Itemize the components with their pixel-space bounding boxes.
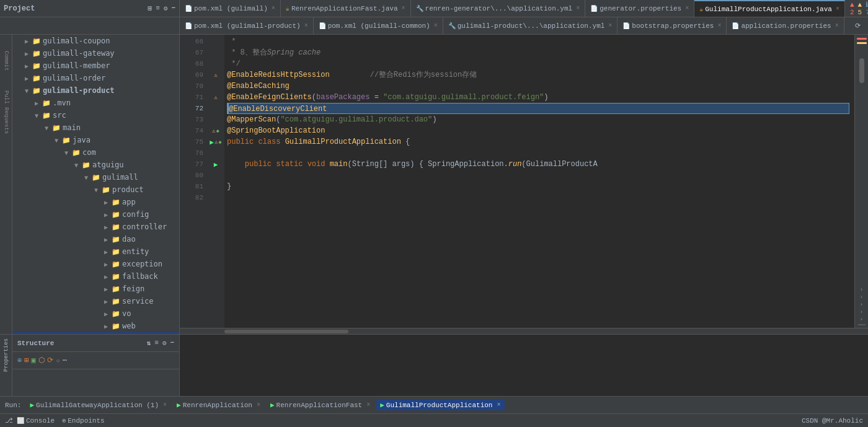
commit-icon[interactable]: Commit [2,50,11,72]
tree-item-controller[interactable]: ▶ 📁 controller [12,221,179,233]
main-folder-icon: 📁 [52,124,61,132]
code-line-71: @EnableFeignClients(basePackages = "com.… [227,92,849,103]
right-sidebar-toggle-4[interactable]: › [856,309,867,315]
struct-icon-2[interactable]: ⊞ [24,356,29,365]
right-sidebar-toggle-1[interactable]: › [856,287,867,293]
warn2-icon-74: ◆ [216,128,219,134]
right-sidebar-toggle-2[interactable]: › [856,294,867,301]
tree-item-product-folder[interactable]: ▼ 📁 product [12,183,179,196]
tree-item-product[interactable]: ▼ 📁 gulimall-product [12,84,179,97]
tree-item-mvn[interactable]: ▶ 📁 .mvn [12,97,179,109]
scroll-thumb[interactable] [859,58,864,83]
tree-item-main[interactable]: ▼ 📁 main [12,121,179,134]
gateway-run-close[interactable]: × [163,402,167,408]
tree-item-fallback[interactable]: ▶ 📁 fallback [12,270,179,283]
right-sidebar-toggle-5[interactable]: › [856,317,867,323]
dao-arrow: ▶ [104,236,112,243]
properties-tab-label[interactable]: Properties [2,337,11,373]
struct-icon-6[interactable]: ⬦ [56,356,60,365]
gateway-run-item[interactable]: ▶ GulimallGatewayApplication (1) × [26,400,170,410]
tree-item-config[interactable]: ▶ 📁 config [12,208,179,221]
project-close-icon[interactable]: − [171,4,175,12]
pom-gulimall-close[interactable]: × [272,5,275,12]
tree-item-order[interactable]: ▶ 📁 gulimall-order [12,72,179,84]
pull-requests-icon[interactable]: Pull Requests [3,90,9,134]
line-num-76: 76 [180,147,203,159]
bootstrap-props-tab[interactable]: 📄 bootstrap.properties × [618,17,727,35]
struct-icon-7[interactable]: ⋯ [63,356,67,365]
tree-item-app[interactable]: ▶ 📁 app [12,196,179,208]
editor-content: 66 67 68 69 70 71 72 73 74 75 76 77 80 8… [180,35,868,328]
pom-product-close[interactable]: × [304,22,308,29]
tree-item-coupon[interactable]: ▶ 📁 gulimall-coupon [12,35,179,47]
structure-settings-icon[interactable]: ⚙ [162,339,167,347]
code-line-67: * 8、整合Spring cache [227,47,849,58]
bootstrap-props-close[interactable]: × [717,22,721,29]
entity-folder-icon: 📁 [112,248,120,256]
project-tree-icon[interactable]: ⊞ [148,4,153,12]
run-icon-75[interactable]: ▶ [210,138,214,146]
scroll-track[interactable] [859,46,864,286]
pom-common-tab[interactable]: 📄 pom.xml (gulimall-common) × [314,17,443,35]
renren-fast-tab[interactable]: ☕ RenrenApplicationFast.java × [281,0,411,17]
struct-icon-4[interactable]: ⬡ [38,356,45,365]
endpoints-label[interactable]: ⊕ Endpoints [62,417,104,425]
tree-item-java[interactable]: ▼ 📁 java [12,134,179,146]
application-props-tab[interactable]: 📄 application.properties × [727,17,844,35]
h-scrollbar[interactable] [180,328,868,334]
pom-gulimall-tab[interactable]: 📄 pom.xml (gulimall) × [180,0,281,17]
structure-layout-icon[interactable]: ≡ [154,339,159,347]
pom-product-tab[interactable]: 📄 pom.xml (gulimall-product) × [180,17,314,35]
struct-icon-1[interactable]: ⊕ [17,356,22,365]
tree-item-web[interactable]: ▶ 📁 web [12,320,179,332]
pom-common-close[interactable]: × [434,22,438,29]
code-content[interactable]: * * 8、整合Spring cache */ @EnableRedisHttp… [224,35,854,328]
tree-item-gulimall[interactable]: ▼ 📁 gulimall [12,171,179,183]
renren-gen-close[interactable]: × [576,5,580,12]
code-line-75: public class GulimallProductApplication … [227,136,849,147]
gulimall-product-yml-close[interactable]: × [608,22,612,29]
tree-item-atguigu[interactable]: ▼ 📁 atguigu [12,159,179,171]
gulimall-product-run-item[interactable]: ▶ GulimallProductApplication × [376,400,504,410]
tree-item-feign[interactable]: ▶ 📁 feign [12,283,179,295]
tree-item-vo[interactable]: ▶ 📁 vo [12,307,179,320]
structure-sort-icon[interactable]: ⇅ [147,339,151,347]
project-layout-icon[interactable]: ≡ [156,4,160,12]
struct-icon-5[interactable]: ⟳ [47,356,53,365]
tree-item-service[interactable]: ▶ 📁 service [12,295,179,307]
tree-item-member[interactable]: ▶ 📁 gulimall-member [12,59,179,72]
structure-close-icon[interactable]: − [170,339,174,347]
h-scroll-thumb[interactable] [224,330,348,333]
warn-icon-71: ⚠ [214,94,217,101]
renren-run-item[interactable]: ▶ RenrenApplication × [173,400,264,410]
run-icon-77[interactable]: ▶ [214,161,218,169]
h-scroll-track[interactable] [224,330,841,333]
console-label[interactable]: ⬜ Console [17,417,55,425]
project-settings-icon[interactable]: ⚙ [164,4,168,12]
gulimall-product-yml-tab[interactable]: 🔧 gulimall-product\...\application.yml × [443,17,618,35]
gulimall-product-app-tab[interactable]: ☕ GulimallProductApplication.java × [694,0,845,17]
order-label: gulimall-order [43,74,105,82]
struct-icon-3[interactable]: ▣ [31,356,35,365]
tree-item-com[interactable]: ▼ 📁 com [12,146,179,159]
scroll-pos-indicator [858,324,866,325]
refresh-icon[interactable]: ⟳ [855,22,861,30]
generator-props-tab[interactable]: 📄 generator.properties × [585,0,694,17]
renren-fast-close[interactable]: × [402,5,405,12]
renren-fast-run-item[interactable]: ▶ RenrenApplicationFast × [267,400,374,410]
tree-item-entity[interactable]: ▶ 📁 entity [12,245,179,258]
tree-item-gateway[interactable]: ▶ 📁 gulimall-gateway [12,47,179,59]
renren-gen-tab[interactable]: 🔧 renren-generator\...\application.yml × [411,0,586,17]
gulimall-product-run-close[interactable]: × [497,402,500,408]
right-sidebar-toggle-3[interactable]: › [856,302,867,308]
tree-item-src[interactable]: ▼ 📁 src [12,109,179,121]
gulimall-product-app-close[interactable]: × [836,6,839,12]
tree-item-dao[interactable]: ▶ 📁 dao [12,233,179,245]
controller-label: controller [122,222,167,231]
application-props-close[interactable]: × [835,22,839,29]
renren-run-close[interactable]: × [257,402,260,408]
generator-props-close[interactable]: × [685,5,689,12]
renren-fast-run-close[interactable]: × [366,402,370,408]
line-num-73: 73 [180,114,203,125]
tree-item-exception[interactable]: ▶ 📁 exception [12,258,179,270]
